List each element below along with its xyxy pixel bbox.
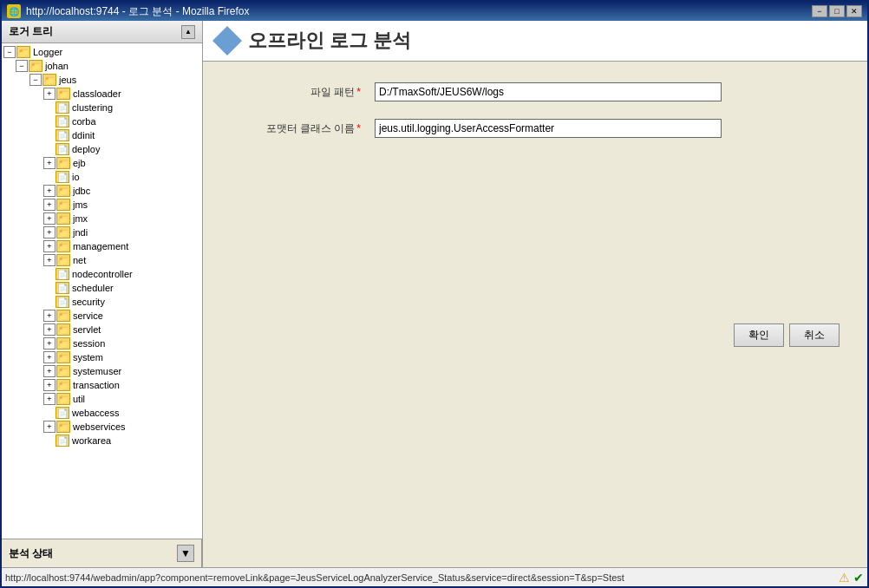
tree-label-ddinit: ddinit <box>72 130 95 140</box>
expander-jms[interactable]: + <box>43 199 56 211</box>
folder-icon-service: 📁 <box>56 310 70 322</box>
tree-item-transaction[interactable]: + 📁 transaction <box>2 378 202 392</box>
tree-item-jms[interactable]: + 📁 jms <box>2 198 202 212</box>
main-window: 🌐 http://localhost:9744 - 로그 분석 - Mozill… <box>0 0 869 588</box>
content-area: 로거 트리 ▲ − 📁 Logger − 📁 <box>2 21 867 567</box>
tree-label-servlet: servlet <box>73 324 101 335</box>
tree-label-jdbc: jdbc <box>73 186 90 196</box>
tree-label-classloader: classloader <box>73 88 121 99</box>
tree-item-logger[interactable]: − 📁 Logger <box>2 45 202 59</box>
tree-item-service[interactable]: + 📁 service <box>2 309 202 323</box>
folder-icon-jeus: 📁 <box>42 74 56 86</box>
scroll-up-button[interactable]: ▲ <box>181 25 195 39</box>
expander-jmx[interactable]: + <box>43 212 56 225</box>
tree-item-classloader[interactable]: + 📁 classloader <box>2 87 202 101</box>
tree-item-io[interactable]: 📄 io <box>2 170 202 184</box>
maximize-button[interactable]: □ <box>829 5 845 17</box>
page-title: 오프라인 로그 분석 <box>248 28 411 54</box>
tree-label-service: service <box>73 310 103 321</box>
tree-label-jeus: jeus <box>59 75 76 85</box>
url-bar: http://localhost:9744/webadmin/app?compo… <box>2 567 867 586</box>
folder-icon-systemuser: 📁 <box>56 365 70 377</box>
expander-session[interactable]: + <box>43 337 56 350</box>
status-dropdown-button[interactable]: ▼ <box>177 545 194 562</box>
left-panel: 로거 트리 ▲ − 📁 Logger − 📁 <box>2 21 203 567</box>
tree-item-nodecontroller[interactable]: 📄 nodecontroller <box>2 267 202 281</box>
leaf-icon-nodecontroller: 📄 <box>56 268 69 280</box>
expander-service[interactable]: + <box>43 310 56 322</box>
tree-item-jmx[interactable]: + 📁 jmx <box>2 212 202 225</box>
tree-item-system[interactable]: + 📁 system <box>2 350 202 364</box>
folder-icon-johan: 📁 <box>29 60 42 72</box>
tree-label-management: management <box>73 241 128 252</box>
tree-item-jndi[interactable]: + 📁 jndi <box>2 225 202 239</box>
folder-icon-servlet: 📁 <box>56 323 70 336</box>
tree-item-workarea[interactable]: 📄 workarea <box>2 434 202 448</box>
expander-jeus[interactable]: − <box>29 74 42 86</box>
tree-item-servlet[interactable]: + 📁 servlet <box>2 323 202 336</box>
expander-servlet[interactable]: + <box>43 323 56 336</box>
expander-logger[interactable]: − <box>3 46 16 58</box>
tree-item-clustering[interactable]: 📄 clustering <box>2 101 202 114</box>
tree-item-security[interactable]: 📄 security <box>2 295 202 309</box>
confirm-button[interactable]: 확인 <box>734 323 784 347</box>
expander-util[interactable]: + <box>43 393 56 405</box>
tree-label-io: io <box>72 172 80 182</box>
tree-label-scheduler: scheduler <box>72 283 114 293</box>
dropdown-arrow: ▼ <box>180 547 191 559</box>
tree-item-jeus[interactable]: − 📁 jeus <box>2 73 202 87</box>
tree-label-corba: corba <box>72 116 96 127</box>
tree-item-scheduler[interactable]: 📄 scheduler <box>2 281 202 295</box>
formatter-label: 포맷터 클래스 이름* <box>231 121 361 136</box>
expander-ejb[interactable]: + <box>43 157 56 169</box>
expander-transaction[interactable]: + <box>43 379 56 391</box>
leaf-icon-deploy: 📄 <box>56 143 69 155</box>
tree-label-ejb: ejb <box>73 158 86 168</box>
tree-item-deploy[interactable]: 📄 deploy <box>2 142 202 156</box>
right-spacer <box>203 354 867 567</box>
status-panel: 분석 상태 ▼ <box>2 539 202 567</box>
expander-johan[interactable]: − <box>16 60 28 72</box>
tree-item-systemuser[interactable]: + 📁 systemuser <box>2 364 202 378</box>
expander-jdbc[interactable]: + <box>43 185 56 197</box>
tree-label-johan: johan <box>45 61 69 71</box>
formatter-row: 포맷터 클래스 이름* <box>231 119 840 138</box>
expander-webservices[interactable]: + <box>43 421 56 433</box>
tree-scroll-area[interactable]: − 📁 Logger − 📁 johan − <box>2 43 202 539</box>
expander-net[interactable]: + <box>43 254 56 266</box>
file-pattern-input[interactable] <box>375 82 722 101</box>
expander-management[interactable]: + <box>43 240 56 252</box>
title-bar: 🌐 http://localhost:9744 - 로그 분석 - Mozill… <box>2 2 867 21</box>
file-pattern-required: * <box>356 86 361 98</box>
expander-system[interactable]: + <box>43 351 56 363</box>
left-bottom-area: 분석 상태 ▼ <box>2 539 202 567</box>
tree-item-management[interactable]: + 📁 management <box>2 239 202 253</box>
formatter-class-input[interactable] <box>375 119 722 138</box>
tree-item-net[interactable]: + 📁 net <box>2 253 202 267</box>
close-button[interactable]: ✕ <box>846 5 862 17</box>
leaf-icon-webaccess: 📄 <box>56 407 69 419</box>
tree-item-ejb[interactable]: + 📁 ejb <box>2 156 202 170</box>
tree-item-jdbc[interactable]: + 📁 jdbc <box>2 184 202 198</box>
tree-label-nodecontroller: nodecontroller <box>72 269 133 279</box>
tree-item-util[interactable]: + 📁 util <box>2 392 202 406</box>
expander-jndi[interactable]: + <box>43 226 56 238</box>
tree-item-session[interactable]: + 📁 session <box>2 336 202 350</box>
window-title: http://localhost:9744 - 로그 분석 - Mozilla … <box>26 4 249 19</box>
cancel-button[interactable]: 취소 <box>789 323 840 347</box>
expander-systemuser[interactable]: + <box>43 365 56 377</box>
tree-item-webservices[interactable]: + 📁 webservices <box>2 420 202 434</box>
tree-label-transaction: transaction <box>73 380 120 390</box>
expander-classloader[interactable]: + <box>43 88 56 100</box>
url-text: http://localhost:9744/webadmin/app?compo… <box>5 572 835 583</box>
tree-item-ddinit[interactable]: 📄 ddinit <box>2 128 202 142</box>
tree-item-webaccess[interactable]: 📄 webaccess <box>2 406 202 420</box>
file-pattern-label: 파일 패턴* <box>231 85 361 100</box>
folder-icon-jms: 📁 <box>56 199 70 211</box>
folder-icon-jndi: 📁 <box>56 226 70 238</box>
tree-item-johan[interactable]: − 📁 johan <box>2 59 202 73</box>
leaf-icon-corba: 📄 <box>56 115 69 127</box>
tree-item-corba[interactable]: 📄 corba <box>2 114 202 128</box>
minimize-button[interactable]: − <box>812 5 827 17</box>
folder-icon-transaction: 📁 <box>56 379 70 391</box>
